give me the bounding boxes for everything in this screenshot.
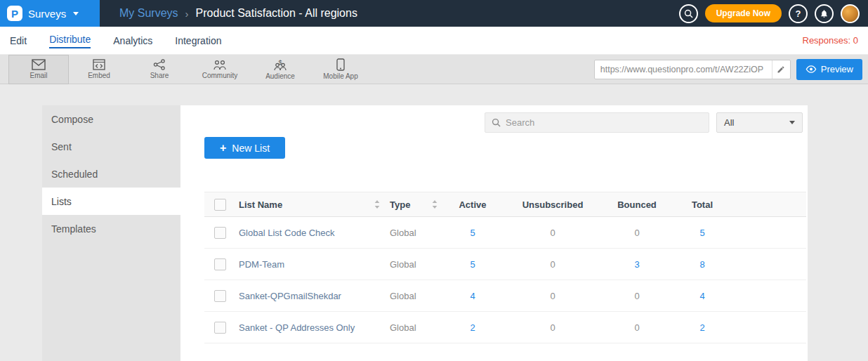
table-row: PDM-Team Global 5 0 3 8 xyxy=(204,249,806,280)
search-input[interactable] xyxy=(506,117,709,128)
share-icon xyxy=(153,59,166,70)
filter-value: All xyxy=(724,117,734,128)
unsubscribed-count[interactable]: 0 xyxy=(504,291,602,301)
list-name-link[interactable]: Global List Code Check xyxy=(239,228,335,238)
table-row: Global List Code Check Global 5 0 0 5 xyxy=(204,217,806,249)
row-checkbox[interactable] xyxy=(214,290,226,302)
pencil-icon xyxy=(777,65,785,74)
notifications-button[interactable] xyxy=(815,4,834,23)
bounced-count[interactable]: 3 xyxy=(602,259,672,270)
breadcrumb-my-surveys[interactable]: My Surveys xyxy=(119,7,178,20)
unsubscribed-count[interactable]: 0 xyxy=(504,259,602,270)
search-icon xyxy=(684,9,693,18)
breadcrumb-separator: › xyxy=(185,8,189,20)
lists-panel: All + New List List Name Type Active Uns… xyxy=(180,105,808,361)
sidebar-item-templates[interactable]: Templates xyxy=(42,215,180,242)
questionpro-logo: P xyxy=(7,6,22,21)
surveys-product-menu[interactable]: P Surveys xyxy=(0,0,100,27)
bounced-count[interactable]: 0 xyxy=(602,228,672,238)
top-bar: P Surveys My Surveys › Product Satisfact… xyxy=(0,0,868,27)
sidebar-item-lists[interactable]: Lists xyxy=(42,188,180,215)
sidebar-item-compose[interactable]: Compose xyxy=(42,105,180,133)
lists-table: List Name Type Active Unsubscribed Bounc… xyxy=(204,192,806,343)
eye-icon xyxy=(805,65,817,73)
header-bounced: Bounced xyxy=(602,199,672,210)
total-count[interactable]: 5 xyxy=(672,228,732,238)
toolbar-item-share[interactable]: Share xyxy=(129,55,190,84)
bounced-count[interactable]: 0 xyxy=(602,291,672,301)
breadcrumb: My Surveys › Product Satisfaction - All … xyxy=(119,7,357,20)
edit-url-button[interactable] xyxy=(772,60,790,79)
list-type: Global xyxy=(390,228,416,238)
tab-edit[interactable]: Edit xyxy=(10,34,27,48)
list-name-link[interactable]: Sanket - QP Addresses Only xyxy=(239,322,355,333)
toolbar-item-audience[interactable]: $ Audience xyxy=(250,55,310,84)
row-checkbox[interactable] xyxy=(214,258,226,270)
upgrade-button[interactable]: Upgrade Now xyxy=(705,4,782,22)
bell-icon xyxy=(820,9,829,18)
chevron-down-icon xyxy=(73,12,79,15)
avatar[interactable] xyxy=(841,4,860,23)
survey-url-section: Preview xyxy=(594,59,868,80)
bounced-count[interactable]: 0 xyxy=(602,322,672,333)
sidebar-item-scheduled[interactable]: Scheduled xyxy=(42,160,180,188)
tab-distribute[interactable]: Distribute xyxy=(49,32,91,48)
tab-integration[interactable]: Integration xyxy=(175,34,221,48)
row-checkbox[interactable] xyxy=(214,227,226,239)
preview-button[interactable]: Preview xyxy=(796,59,862,80)
content-area: Compose Sent Scheduled Lists Templates A… xyxy=(0,84,868,361)
active-count[interactable]: 4 xyxy=(442,291,504,301)
page-title: Product Satisfaction - All regions xyxy=(196,7,357,20)
help-button[interactable]: ? xyxy=(789,4,808,23)
question-mark-icon: ? xyxy=(796,8,801,19)
toolbar-item-label: Email xyxy=(29,72,47,79)
new-list-label: New List xyxy=(232,143,270,154)
total-count[interactable]: 4 xyxy=(672,291,732,301)
chevron-down-icon xyxy=(789,121,795,124)
active-count[interactable]: 2 xyxy=(442,322,504,333)
header-type: Type xyxy=(390,199,410,210)
header-unsubscribed: Unsubscribed xyxy=(504,199,602,210)
toolbar-item-label: Mobile App xyxy=(323,72,357,80)
sidebar-item-sent[interactable]: Sent xyxy=(42,133,180,160)
row-checkbox[interactable] xyxy=(214,322,226,334)
survey-url-input[interactable] xyxy=(595,65,772,74)
filter-dropdown[interactable]: All xyxy=(716,112,803,133)
list-type: Global xyxy=(390,322,416,333)
header-total: Total xyxy=(672,199,732,210)
header-active: Active xyxy=(442,199,504,210)
email-sidebar: Compose Sent Scheduled Lists Templates xyxy=(42,105,180,361)
toolbar-item-label: Community xyxy=(202,72,238,79)
total-count[interactable]: 2 xyxy=(672,322,732,333)
header-list-name: List Name xyxy=(239,199,282,210)
toolbar-item-label: Audience xyxy=(265,72,295,80)
tab-analytics[interactable]: Analytics xyxy=(113,34,152,48)
toolbar-item-mobile-app[interactable]: Mobile App xyxy=(310,55,371,84)
product-name: Surveys xyxy=(28,8,66,20)
survey-nav-tabs: Edit Distribute Analytics Integration Re… xyxy=(0,27,868,55)
survey-url-box xyxy=(594,60,791,79)
global-search-button[interactable] xyxy=(679,4,698,23)
active-count[interactable]: 5 xyxy=(442,259,504,270)
embed-icon xyxy=(93,59,105,70)
unsubscribed-count[interactable]: 0 xyxy=(504,322,602,333)
toolbar-item-email[interactable]: Email xyxy=(8,55,69,84)
table-row: Sanket-QPGmailShekdar Global 4 0 0 4 xyxy=(204,280,806,312)
new-list-button[interactable]: + New List xyxy=(204,137,285,159)
active-count[interactable]: 5 xyxy=(442,228,504,238)
select-all-checkbox[interactable] xyxy=(214,199,226,211)
list-name-link[interactable]: Sanket-QPGmailShekdar xyxy=(239,291,341,301)
search-box xyxy=(485,112,709,133)
toolbar-item-community[interactable]: Community xyxy=(190,55,250,84)
total-count[interactable]: 8 xyxy=(672,259,732,270)
unsubscribed-count[interactable]: 0 xyxy=(504,228,602,238)
sort-icon[interactable] xyxy=(374,200,380,209)
toolbar-item-label: Embed xyxy=(88,72,110,79)
distribute-toolbar: Email Embed Share Community $ Audience M… xyxy=(0,55,868,84)
table-row: Sanket - QP Addresses Only Global 2 0 0 … xyxy=(204,312,806,343)
list-name-link[interactable]: PDM-Team xyxy=(239,259,284,270)
list-type: Global xyxy=(390,291,416,301)
topbar-actions: Upgrade Now ? xyxy=(679,4,868,23)
sort-icon[interactable] xyxy=(432,200,438,209)
toolbar-item-embed[interactable]: Embed xyxy=(69,55,129,84)
